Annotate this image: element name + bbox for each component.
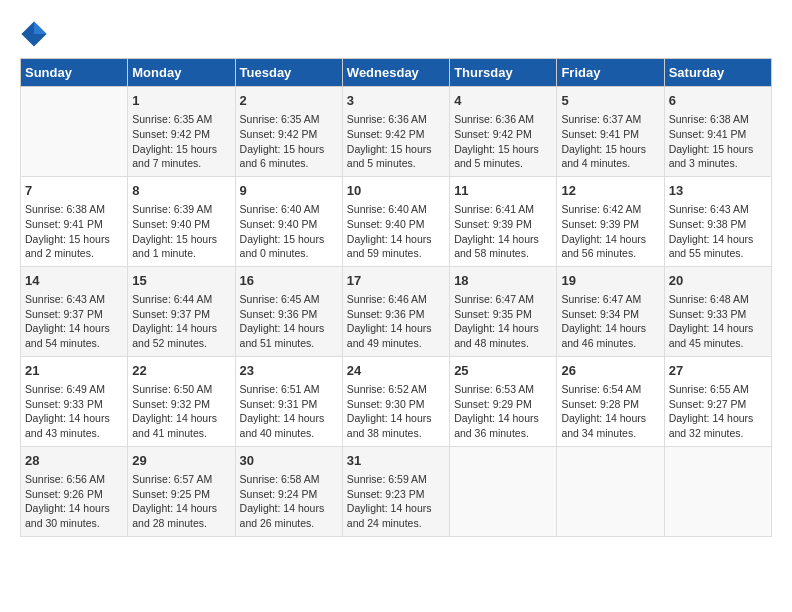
cell-content-line: Sunrise: 6:43 AM	[669, 202, 767, 217]
cell-content-line: Sunset: 9:39 PM	[454, 217, 552, 232]
calendar-week-row: 1Sunrise: 6:35 AMSunset: 9:42 PMDaylight…	[21, 87, 772, 177]
cell-content-line: Sunset: 9:34 PM	[561, 307, 659, 322]
calendar-table: SundayMondayTuesdayWednesdayThursdayFrid…	[20, 58, 772, 537]
cell-content-line: Sunset: 9:36 PM	[347, 307, 445, 322]
cell-content-line: Sunrise: 6:58 AM	[240, 472, 338, 487]
cell-content-line: Daylight: 14 hours and 32 minutes.	[669, 411, 767, 440]
day-number: 27	[669, 362, 767, 380]
cell-content-line: Sunrise: 6:38 AM	[25, 202, 123, 217]
cell-content-line: Sunrise: 6:46 AM	[347, 292, 445, 307]
cell-content-line: Sunrise: 6:41 AM	[454, 202, 552, 217]
day-number: 9	[240, 182, 338, 200]
day-number: 29	[132, 452, 230, 470]
day-number: 23	[240, 362, 338, 380]
column-header-tuesday: Tuesday	[235, 59, 342, 87]
cell-content-line: Daylight: 14 hours and 51 minutes.	[240, 321, 338, 350]
cell-content-line: Daylight: 14 hours and 54 minutes.	[25, 321, 123, 350]
cell-content-line: Daylight: 15 hours and 1 minute.	[132, 232, 230, 261]
cell-content-line: Sunset: 9:35 PM	[454, 307, 552, 322]
calendar-cell: 15Sunrise: 6:44 AMSunset: 9:37 PMDayligh…	[128, 266, 235, 356]
cell-content-line: Sunset: 9:41 PM	[561, 127, 659, 142]
calendar-week-row: 28Sunrise: 6:56 AMSunset: 9:26 PMDayligh…	[21, 446, 772, 536]
calendar-cell: 30Sunrise: 6:58 AMSunset: 9:24 PMDayligh…	[235, 446, 342, 536]
cell-content-line: Daylight: 14 hours and 55 minutes.	[669, 232, 767, 261]
cell-content-line: Sunset: 9:40 PM	[240, 217, 338, 232]
cell-content-line: Daylight: 14 hours and 38 minutes.	[347, 411, 445, 440]
calendar-cell: 2Sunrise: 6:35 AMSunset: 9:42 PMDaylight…	[235, 87, 342, 177]
cell-content-line: Daylight: 14 hours and 36 minutes.	[454, 411, 552, 440]
cell-content-line: Daylight: 14 hours and 28 minutes.	[132, 501, 230, 530]
cell-content-line: Daylight: 14 hours and 52 minutes.	[132, 321, 230, 350]
cell-content-line: Daylight: 14 hours and 59 minutes.	[347, 232, 445, 261]
cell-content-line: Sunset: 9:38 PM	[669, 217, 767, 232]
day-number: 31	[347, 452, 445, 470]
day-number: 11	[454, 182, 552, 200]
cell-content-line: Sunset: 9:40 PM	[132, 217, 230, 232]
cell-content-line: Sunrise: 6:44 AM	[132, 292, 230, 307]
calendar-cell: 12Sunrise: 6:42 AMSunset: 9:39 PMDayligh…	[557, 176, 664, 266]
column-header-monday: Monday	[128, 59, 235, 87]
cell-content-line: Daylight: 15 hours and 5 minutes.	[454, 142, 552, 171]
cell-content-line: Daylight: 14 hours and 41 minutes.	[132, 411, 230, 440]
calendar-cell	[557, 446, 664, 536]
calendar-cell: 23Sunrise: 6:51 AMSunset: 9:31 PMDayligh…	[235, 356, 342, 446]
cell-content-line: Sunrise: 6:52 AM	[347, 382, 445, 397]
calendar-cell: 14Sunrise: 6:43 AMSunset: 9:37 PMDayligh…	[21, 266, 128, 356]
calendar-cell: 19Sunrise: 6:47 AMSunset: 9:34 PMDayligh…	[557, 266, 664, 356]
cell-content-line: Daylight: 15 hours and 5 minutes.	[347, 142, 445, 171]
cell-content-line: Daylight: 15 hours and 7 minutes.	[132, 142, 230, 171]
cell-content-line: Sunrise: 6:56 AM	[25, 472, 123, 487]
cell-content-line: Daylight: 15 hours and 4 minutes.	[561, 142, 659, 171]
cell-content-line: Daylight: 14 hours and 49 minutes.	[347, 321, 445, 350]
day-number: 15	[132, 272, 230, 290]
cell-content-line: Sunset: 9:29 PM	[454, 397, 552, 412]
calendar-cell: 4Sunrise: 6:36 AMSunset: 9:42 PMDaylight…	[450, 87, 557, 177]
day-number: 5	[561, 92, 659, 110]
calendar-week-row: 7Sunrise: 6:38 AMSunset: 9:41 PMDaylight…	[21, 176, 772, 266]
cell-content-line: Sunset: 9:30 PM	[347, 397, 445, 412]
day-number: 26	[561, 362, 659, 380]
calendar-cell: 25Sunrise: 6:53 AMSunset: 9:29 PMDayligh…	[450, 356, 557, 446]
cell-content-line: Daylight: 15 hours and 2 minutes.	[25, 232, 123, 261]
cell-content-line: Sunrise: 6:42 AM	[561, 202, 659, 217]
cell-content-line: Sunset: 9:37 PM	[132, 307, 230, 322]
day-number: 13	[669, 182, 767, 200]
cell-content-line: Sunrise: 6:40 AM	[347, 202, 445, 217]
logo	[20, 20, 52, 48]
cell-content-line: Sunset: 9:23 PM	[347, 487, 445, 502]
day-number: 24	[347, 362, 445, 380]
day-number: 20	[669, 272, 767, 290]
day-number: 12	[561, 182, 659, 200]
cell-content-line: Sunrise: 6:55 AM	[669, 382, 767, 397]
cell-content-line: Sunrise: 6:37 AM	[561, 112, 659, 127]
calendar-cell: 24Sunrise: 6:52 AMSunset: 9:30 PMDayligh…	[342, 356, 449, 446]
cell-content-line: Sunset: 9:32 PM	[132, 397, 230, 412]
day-number: 16	[240, 272, 338, 290]
calendar-cell: 8Sunrise: 6:39 AMSunset: 9:40 PMDaylight…	[128, 176, 235, 266]
column-header-sunday: Sunday	[21, 59, 128, 87]
calendar-cell: 28Sunrise: 6:56 AMSunset: 9:26 PMDayligh…	[21, 446, 128, 536]
cell-content-line: Sunrise: 6:48 AM	[669, 292, 767, 307]
day-number: 21	[25, 362, 123, 380]
cell-content-line: Sunrise: 6:57 AM	[132, 472, 230, 487]
cell-content-line: Daylight: 15 hours and 0 minutes.	[240, 232, 338, 261]
page-header	[20, 20, 772, 48]
calendar-cell: 22Sunrise: 6:50 AMSunset: 9:32 PMDayligh…	[128, 356, 235, 446]
cell-content-line: Sunrise: 6:35 AM	[240, 112, 338, 127]
calendar-cell: 16Sunrise: 6:45 AMSunset: 9:36 PMDayligh…	[235, 266, 342, 356]
cell-content-line: Sunset: 9:42 PM	[240, 127, 338, 142]
cell-content-line: Sunset: 9:26 PM	[25, 487, 123, 502]
calendar-cell: 29Sunrise: 6:57 AMSunset: 9:25 PMDayligh…	[128, 446, 235, 536]
cell-content-line: Sunset: 9:27 PM	[669, 397, 767, 412]
day-number: 17	[347, 272, 445, 290]
calendar-cell: 1Sunrise: 6:35 AMSunset: 9:42 PMDaylight…	[128, 87, 235, 177]
cell-content-line: Sunrise: 6:43 AM	[25, 292, 123, 307]
svg-marker-1	[34, 21, 47, 34]
calendar-cell: 3Sunrise: 6:36 AMSunset: 9:42 PMDaylight…	[342, 87, 449, 177]
calendar-cell: 20Sunrise: 6:48 AMSunset: 9:33 PMDayligh…	[664, 266, 771, 356]
day-number: 25	[454, 362, 552, 380]
calendar-cell: 11Sunrise: 6:41 AMSunset: 9:39 PMDayligh…	[450, 176, 557, 266]
cell-content-line: Sunrise: 6:45 AM	[240, 292, 338, 307]
cell-content-line: Sunrise: 6:47 AM	[561, 292, 659, 307]
cell-content-line: Sunset: 9:24 PM	[240, 487, 338, 502]
